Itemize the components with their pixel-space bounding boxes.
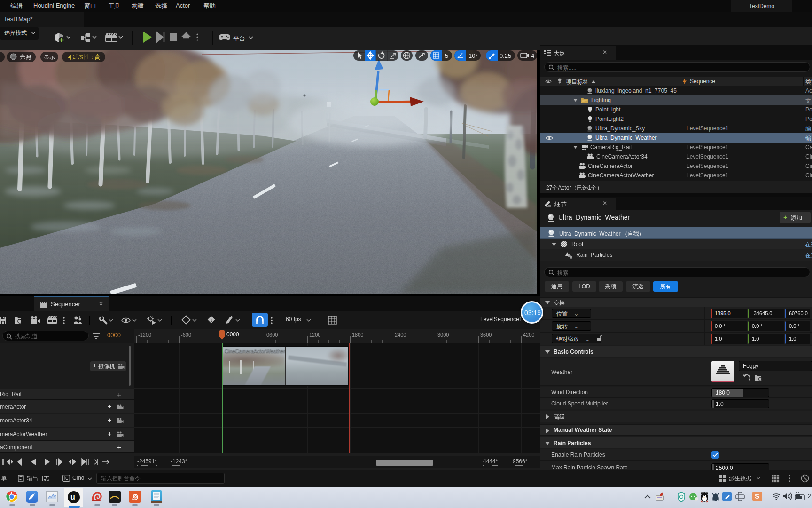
- svg-text:0.25: 0.25: [500, 52, 511, 59]
- svg-text:10°: 10°: [468, 52, 478, 59]
- svg-text:4: 4: [531, 52, 534, 59]
- svg-text:5: 5: [445, 52, 448, 59]
